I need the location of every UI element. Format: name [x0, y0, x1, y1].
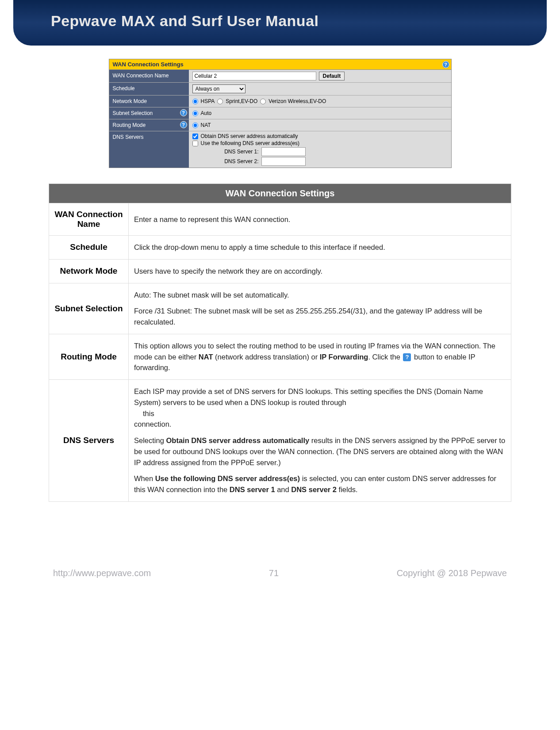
dns-auto-label: Obtain DNS server address automatically [201, 133, 298, 139]
dns1-label: DNS Server 1: [219, 149, 259, 155]
panel-header: WAN Connection Settings ? [109, 59, 451, 70]
label-network-mode: Network Mode [109, 96, 189, 107]
content-area: WAN Connection Settings ? WAN Connection… [0, 46, 560, 502]
routing-radio-nat[interactable] [192, 122, 198, 128]
subnet-opt-auto: Auto [201, 110, 212, 116]
footer-copyright: Copyright @ 2018 Pepwave [397, 568, 507, 578]
wan-settings-panel: WAN Connection Settings ? WAN Connection… [109, 59, 452, 168]
dns-manual-label: Use the following DNS server address(es) [201, 140, 299, 146]
label-dns: DNS Servers [109, 131, 189, 168]
dns2-input[interactable] [261, 157, 306, 166]
panel-title: WAN Connection Settings [113, 61, 184, 68]
def-schedule: Click the drop-down menu to apply a time… [129, 236, 511, 260]
label-schedule: Schedule [109, 83, 189, 95]
footer-page-number: 71 [269, 568, 279, 578]
term-wan-name: WAN Connection Name [49, 203, 129, 236]
table-row: DNS Servers Each ISP may provide a set o… [49, 380, 511, 502]
term-schedule: Schedule [49, 236, 129, 260]
def-routing: This option allows you to select the rou… [129, 334, 511, 379]
label-wan-name: WAN Connection Name [109, 70, 189, 82]
row-routing: Routing Mode ? NAT [109, 119, 451, 131]
default-button[interactable]: Default [319, 72, 345, 80]
term-network-mode: Network Mode [49, 259, 129, 283]
description-table: WAN Connection Settings WAN Connection N… [49, 183, 511, 502]
table-row: Subnet Selection Auto: The subnet mask w… [49, 283, 511, 334]
table-row: Routing Mode This option allows you to s… [49, 334, 511, 379]
row-subnet: Subnet Selection ? Auto [109, 107, 451, 119]
def-network-mode: Users have to specify the network they a… [129, 259, 511, 283]
network-opt-verizon: Verizon Wireless,EV-DO [268, 98, 326, 104]
page-header: Pepwave MAX and Surf User Manual [13, 0, 547, 46]
network-opt-hspa: HSPA [201, 98, 215, 104]
def-subnet: Auto: The subnet mask will be set automa… [129, 283, 511, 334]
network-radio-verizon[interactable] [260, 99, 266, 104]
page-footer: http://www.pepwave.com 71 Copyright @ 20… [0, 568, 560, 578]
routing-opt-nat: NAT [201, 122, 211, 128]
table-row: Schedule Click the drop-down menu to app… [49, 236, 511, 260]
row-dns: DNS Servers Obtain DNS server address au… [109, 131, 451, 168]
wan-name-input[interactable] [192, 72, 316, 80]
term-subnet: Subnet Selection [49, 283, 129, 334]
term-dns: DNS Servers [49, 380, 129, 502]
network-radio-sprint[interactable] [217, 99, 223, 104]
desc-header: WAN Connection Settings [49, 184, 511, 203]
dns1-input[interactable] [261, 147, 306, 156]
schedule-select[interactable]: Always on [192, 84, 245, 93]
footer-url: http://www.pepwave.com [53, 568, 151, 578]
table-row: WAN Connection Name Enter a name to repr… [49, 203, 511, 236]
help-icon[interactable]: ? [442, 61, 449, 68]
dns-auto-checkbox[interactable] [192, 134, 198, 139]
row-schedule: Schedule Always on [109, 83, 451, 96]
def-wan-name: Enter a name to represent this WAN conne… [129, 203, 511, 236]
term-routing: Routing Mode [49, 334, 129, 379]
help-icon[interactable]: ? [180, 109, 187, 116]
page-title: Pepwave MAX and Surf User Manual [51, 12, 516, 30]
label-subnet: Subnet Selection ? [109, 107, 189, 119]
subnet-radio-auto[interactable] [192, 111, 198, 116]
help-icon[interactable]: ? [180, 121, 187, 128]
label-routing: Routing Mode ? [109, 119, 189, 131]
network-opt-sprint: Sprint,EV-DO [226, 98, 257, 104]
table-row: Network Mode Users have to specify the n… [49, 259, 511, 283]
row-network-mode: Network Mode HSPA Sprint,EV-DO Verizon W… [109, 96, 451, 107]
dns-manual-checkbox[interactable] [192, 141, 198, 146]
row-wan-name: WAN Connection Name Default [109, 70, 451, 83]
def-dns: Each ISP may provide a set of DNS server… [129, 380, 511, 502]
help-icon[interactable]: ? [403, 353, 411, 361]
dns2-label: DNS Server 2: [219, 158, 259, 164]
network-radio-hspa[interactable] [192, 99, 198, 104]
